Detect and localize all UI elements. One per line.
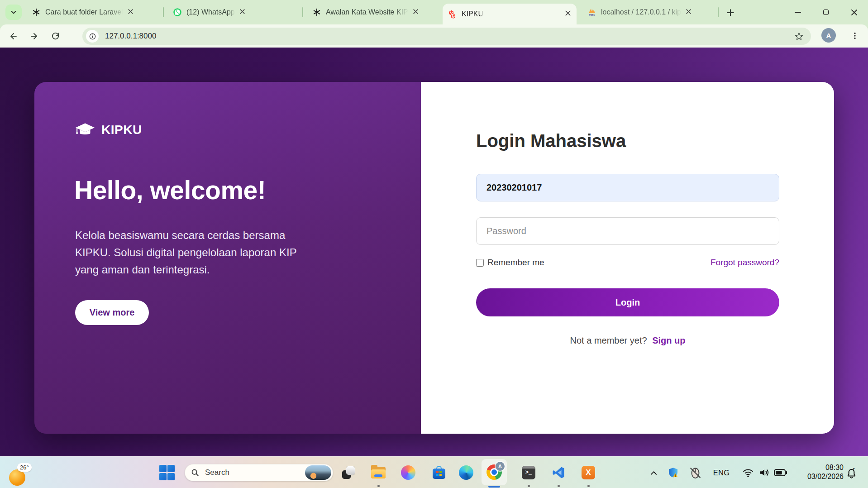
running-indicator [377,485,380,487]
tab-search-button[interactable] [5,5,22,20]
tab-phpmyadmin[interactable]: PMA localhost / 127.0.0.1 / kip [582,0,713,24]
login-title: Login Mahasiswa [476,131,626,151]
wifi-tray-button[interactable] [741,467,755,478]
windows-logo-icon [167,473,175,480]
svg-text:z: z [853,467,855,471]
windows-logo-icon [159,473,167,480]
task-view-button[interactable] [339,463,358,483]
windows-logo-icon [167,465,175,472]
weather-widget[interactable]: 26° [9,466,36,487]
running-indicator [558,485,560,487]
tab-divider [163,7,164,17]
new-tab-button[interactable] [723,5,738,20]
file-explorer-button[interactable] [368,463,388,483]
whatsapp-icon [173,8,182,17]
bell-dnd-icon: z [845,467,858,479]
tray-overflow-button[interactable] [648,469,659,478]
window-close-button[interactable] [840,0,868,24]
laravel-icon [448,10,457,19]
forward-button[interactable] [26,28,43,44]
username-field[interactable] [476,174,779,201]
login-form: Login Mahasiswa Remember me Forgot passw… [476,82,779,434]
phpmyadmin-icon: PMA [587,8,596,17]
battery-tray-button[interactable] [773,468,788,478]
search-highlight-image [305,465,331,480]
window-maximize-button[interactable] [812,0,840,24]
taskbar-clock[interactable]: 08:30 03/02/2026 [807,463,844,481]
chrome-icon: A [486,464,502,480]
tab-title: KIPKU [462,10,483,18]
chatgpt-icon [32,8,41,17]
vscode-button[interactable] [548,463,568,483]
task-view-icon [342,466,355,479]
volume-tray-button[interactable] [758,467,771,478]
signup-link[interactable]: Sign up [652,335,685,345]
tab-title: localhost / 127.0.0.1 / kip [601,8,681,16]
tab-close-icon[interactable] [686,8,692,16]
tab-close-icon[interactable] [413,8,419,16]
star-icon [794,32,804,41]
tab-close-icon[interactable] [128,8,134,16]
tab-title: Cara buat folder Laravel [45,8,123,16]
maximize-icon [823,10,829,15]
tab-close-icon[interactable] [239,8,245,16]
window-minimize-button[interactable] [784,0,812,24]
clock-date: 03/02/2026 [807,472,844,481]
tab-divider [302,7,303,17]
svg-text:PMA: PMA [589,14,595,16]
view-more-button[interactable]: View more [75,300,149,325]
remember-me[interactable]: Remember me [476,258,544,268]
remember-me-checkbox[interactable] [476,259,484,267]
running-indicator [528,485,530,487]
back-button[interactable] [5,28,21,44]
browser-menu-button[interactable] [847,28,863,43]
vscode-icon [552,466,565,479]
chrome-button-active[interactable]: A [482,459,507,485]
windows-security-button[interactable] [666,466,680,479]
tab-chatgpt-laravel[interactable]: Cara buat folder Laravel [26,0,160,24]
forgot-password-link[interactable]: Forgot password? [711,258,779,268]
chrome-profile-badge: A [496,462,505,471]
microsoft-store-button[interactable] [429,463,449,483]
tab-chatgpt-kip[interactable]: Awalan Kata Website KIP [307,0,440,24]
running-indicator [587,485,590,487]
site-info-button[interactable] [86,30,99,43]
terminal-button[interactable]: >_ [519,463,539,483]
kebab-menu-icon [851,32,859,40]
remember-me-label: Remember me [487,258,544,268]
url-text: 127.0.0.1:8000 [105,32,156,41]
copilot-button[interactable] [398,463,418,483]
signup-row: Not a member yet? Sign up [476,335,779,346]
signup-prompt: Not a member yet? [570,335,647,345]
tab-divider [718,7,719,17]
taskbar-search[interactable]: Search [185,464,333,481]
mouse-disabled-tray-button[interactable] [688,466,702,479]
tab-whatsapp[interactable]: (12) WhatsApp [167,0,300,24]
notification-center-button[interactable]: z [844,467,858,479]
graduation-cap-icon [75,123,95,137]
search-label: Search [205,468,229,477]
login-button[interactable]: Login [476,288,779,316]
edge-icon [459,465,473,480]
security-shield-icon [667,467,679,479]
tab-kipku-active[interactable]: KIPKU [443,4,577,24]
language-indicator[interactable]: ENG [711,468,731,478]
password-field[interactable] [476,217,779,245]
hero-heading: Hello, welcome! [74,175,266,205]
tab-strip: Cara buat folder Laravel (12) WhatsApp A… [0,0,868,24]
back-icon [9,32,18,41]
browser-profile-avatar[interactable]: A [821,28,836,43]
tab-title: Awalan Kata Website KIP [326,8,408,16]
tab-close-icon[interactable] [565,10,571,18]
search-icon [191,469,199,477]
address-bar[interactable]: 127.0.0.1:8000 [82,28,811,45]
browser-toolbar: 127.0.0.1:8000 A [0,24,868,48]
reload-button[interactable] [47,28,64,44]
edge-button[interactable] [456,463,476,483]
xampp-button[interactable]: X [578,463,598,483]
bookmark-star-button[interactable] [794,32,804,41]
page-viewport: KIPKU Hello, welcome! Kelola beasiswamu … [0,48,868,456]
start-button[interactable] [159,464,175,481]
brand-name: KIPKU [101,123,142,137]
chevron-up-icon [650,470,657,476]
